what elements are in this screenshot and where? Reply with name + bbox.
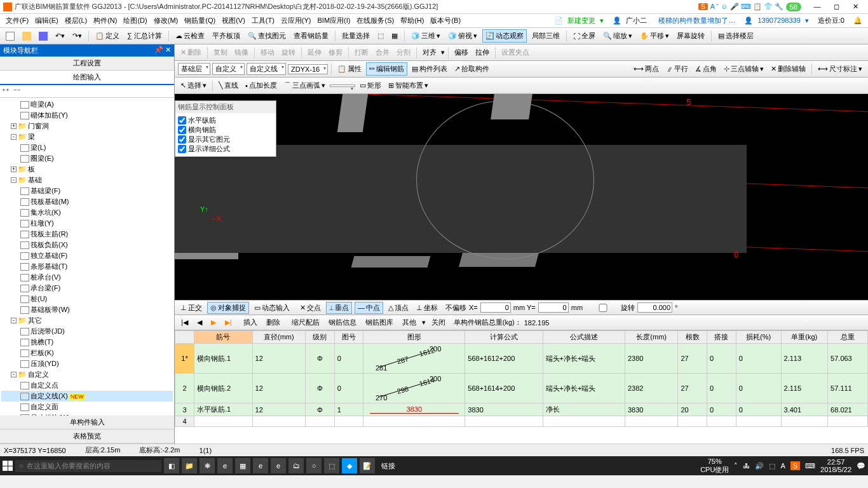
close-btn[interactable]: ✕ — [846, 3, 865, 11]
tree-node[interactable]: 砌体加筋(Y) — [1, 110, 173, 121]
link-label[interactable]: 链接 — [381, 461, 395, 471]
menu-item[interactable]: 钢筋量(Q) — [182, 15, 218, 27]
menu-item[interactable]: BIM应用(I) — [315, 15, 353, 27]
mid-btn[interactable]: — 中点 — [355, 302, 383, 314]
rebar-table[interactable]: 筋号直径(mm)级别图号图形计算公式公式描述长度(mm)根数搭接损耗(%)单重(… — [175, 330, 868, 444]
start-btn[interactable] — [3, 461, 13, 471]
grip-btn[interactable]: 设置夹点 — [499, 46, 532, 58]
offset-combo[interactable]: 不偏移 — [445, 303, 466, 313]
user-label[interactable]: 👤 广小二 — [610, 15, 652, 27]
redo-btn[interactable]: ↷▾ — [70, 30, 85, 41]
search-box[interactable]: ○ 在这里输入你要搜索的内容 — [15, 460, 161, 472]
task-icon[interactable]: e — [217, 458, 233, 473]
snap-btn[interactable]: ◎ 对象捕捉 — [207, 302, 249, 314]
tree-node[interactable]: 条形基础(T) — [1, 261, 173, 272]
tray-up-icon[interactable]: ˄ — [734, 462, 738, 470]
tool-icon[interactable]: ▦ — [389, 30, 400, 41]
tree-node[interactable]: +📁门窗洞 — [1, 121, 173, 132]
task-icon[interactable]: 🗂 — [288, 458, 304, 473]
table-row[interactable]: 1*横向钢筋.112Φ02812871612200568+1612+200端头+… — [175, 344, 868, 374]
collapse-icon[interactable]: ⁻⁻ — [13, 87, 21, 95]
maximize-btn[interactable]: ◻ — [827, 3, 846, 11]
menu-item[interactable]: 帮助(H) — [398, 15, 426, 27]
tray-date[interactable]: 2018/5/22 — [820, 466, 851, 473]
rot-check[interactable] — [588, 304, 618, 312]
break-btn[interactable]: 打断 — [352, 46, 371, 58]
rebar-opt[interactable]: 水平纵筋 — [178, 116, 273, 125]
sit-btn[interactable]: ⊥ 坐标 — [414, 302, 440, 313]
angle-input[interactable] — [637, 302, 672, 313]
task-icon[interactable]: ○ — [306, 458, 322, 473]
rebar-opt[interactable]: 显示其它图元 — [178, 135, 273, 144]
extend-btn[interactable]: 延伸 — [305, 46, 324, 58]
tree-node[interactable]: 独立基础(F) — [1, 250, 173, 261]
offset-btn[interactable]: 偏移 — [452, 46, 471, 58]
undo-btn[interactable]: ↶▾ — [53, 30, 67, 41]
menu-item[interactable]: 修改(M) — [151, 15, 181, 27]
menu-item[interactable]: 工具(T) — [249, 15, 277, 27]
tree-node[interactable]: -📁其它 — [1, 315, 173, 326]
tray-vol-icon[interactable]: 🔊 — [755, 462, 764, 470]
table-row[interactable]: 3水平纵筋.112Φ138303830净长383020003.40168.021 — [175, 403, 868, 416]
tree-node[interactable]: 集水坑(K) — [1, 207, 173, 218]
tray-notif-icon[interactable]: 💬 — [857, 462, 865, 470]
last-btn[interactable]: ▶| — [222, 318, 235, 327]
dim-btn[interactable]: ∡ 点角 — [693, 63, 719, 75]
rotate-btn[interactable]: 旋转 — [279, 46, 298, 58]
bell-icon[interactable]: 🔔 — [851, 15, 865, 26]
new-btn[interactable] — [3, 30, 17, 42]
tree-node[interactable]: -📁基础 — [1, 175, 173, 186]
select-floor-btn[interactable]: ▤ 选择楼层 — [715, 30, 756, 42]
dyn-btn[interactable]: ▭ 动态输入 — [252, 302, 292, 313]
tool-icon[interactable]: ⬚ — [375, 30, 386, 41]
screen-rot-btn[interactable]: 屏幕旋转 — [674, 30, 707, 42]
code-combo[interactable]: ZDYX-16 — [288, 64, 328, 74]
tree-node[interactable]: 自定义点 — [1, 380, 173, 391]
tree-node[interactable]: 基础板带(W) — [1, 304, 173, 315]
task-icon[interactable]: ◆ — [342, 458, 357, 473]
menu-item[interactable]: 文件(F) — [3, 15, 31, 27]
align-btn[interactable]: 对齐 — [420, 46, 439, 58]
tree-node[interactable]: 压顶(YD) — [1, 358, 173, 369]
new-change-btn[interactable]: 📄 新建变更 ▾ — [552, 15, 606, 27]
task-icon[interactable]: ❋ — [200, 458, 215, 473]
empty-combo[interactable] — [330, 85, 355, 87]
task-icon[interactable]: e — [271, 458, 286, 473]
orbit-btn[interactable]: 🔄 动态观察 — [482, 29, 527, 43]
task-icon[interactable]: ◧ — [164, 458, 179, 473]
dim-btn[interactable]: ⟷ 两点 — [631, 63, 661, 75]
line-combo[interactable]: 自定义线 — [247, 63, 286, 75]
list-btn[interactable]: ▤ 构件列表 — [409, 63, 450, 75]
task-icon[interactable]: e — [253, 458, 268, 473]
prop-btn[interactable]: 📋 属性 — [335, 63, 364, 75]
delete-row-btn[interactable]: 删除 — [263, 317, 283, 328]
tree-node[interactable]: 桩(U) — [1, 294, 173, 304]
sum-btn[interactable]: ∑ 汇总计算 — [125, 30, 165, 42]
menu-item[interactable]: 版本号(B) — [428, 15, 463, 27]
sogou-icon[interactable]: S — [698, 3, 708, 10]
tray-time[interactable]: 22:57 — [820, 458, 851, 466]
tree-node[interactable]: 基础梁(F) — [1, 186, 173, 196]
tab-project[interactable]: 工程设置 — [0, 57, 174, 71]
tree-node[interactable]: 自定义面 — [1, 402, 173, 412]
menu-item[interactable]: 构件(N) — [91, 15, 119, 27]
insert-btn[interactable]: 插入 — [240, 317, 261, 328]
menu-item[interactable]: 楼层(L) — [62, 15, 90, 27]
fullscreen-btn[interactable]: ⛶ 全屏 — [571, 30, 598, 42]
arc-btn[interactable]: ⌒ 三点画弧 ▾ — [281, 79, 328, 92]
split-btn[interactable]: 分割 — [394, 46, 413, 58]
task-icon[interactable]: ▦ — [235, 458, 250, 473]
open-btn[interactable] — [20, 30, 34, 42]
apex-btn[interactable]: △ 顶点 — [386, 302, 411, 313]
tray-net-icon[interactable]: 🖧 — [743, 462, 750, 470]
custom-combo[interactable]: 自定义 — [212, 63, 245, 75]
pin-icon[interactable]: 📌 — [154, 46, 163, 53]
y-input[interactable] — [538, 302, 569, 313]
close-nav-btn[interactable]: 关闭 — [428, 317, 449, 328]
tree-node[interactable]: 后浇带(JD) — [1, 326, 173, 337]
zoom-btn[interactable]: 🔍 缩放 ▾ — [600, 30, 635, 42]
local3d-btn[interactable]: 局部三维 — [529, 30, 562, 42]
account-link[interactable]: 👤 13907298339 ▾ — [742, 15, 811, 26]
rebar-opt[interactable]: 显示详细公式 — [178, 144, 273, 154]
lib-btn[interactable]: 钢筋图库 — [362, 317, 397, 328]
